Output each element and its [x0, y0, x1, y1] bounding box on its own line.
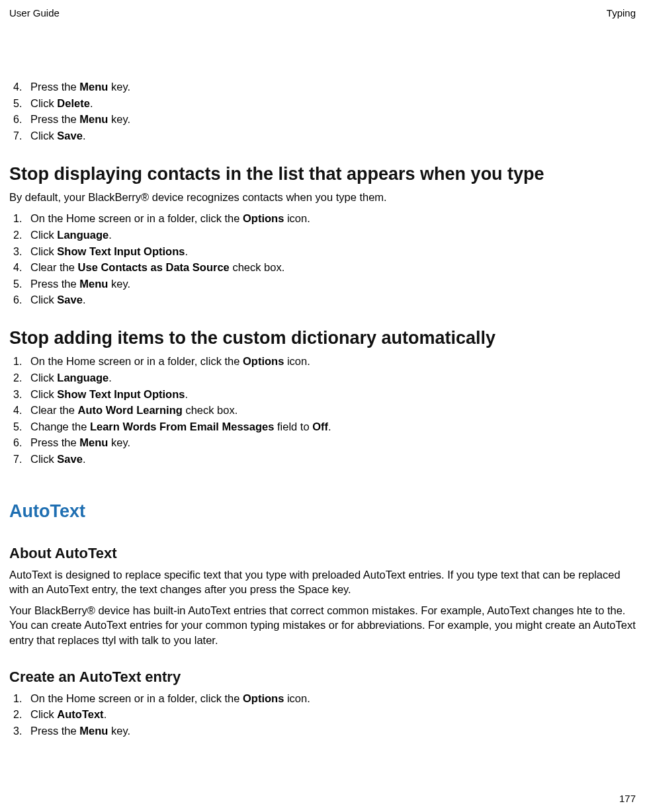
list-item: 7.Click Save.	[9, 128, 636, 143]
list-item: 3.Press the Menu key.	[9, 723, 636, 739]
list-item-text: On the Home screen or in a folder, click…	[30, 354, 636, 368]
list-item-number: 7.	[9, 452, 30, 467]
list-item: 6.Press the Menu key.	[9, 435, 636, 450]
chapter-title-autotext: AutoText	[9, 499, 636, 523]
list-item-number: 1.	[9, 212, 30, 226]
list-item: 3.Click Show Text Input Options.	[9, 244, 636, 259]
list-item-number: 4.	[9, 403, 30, 418]
list-item-text: Press the Menu key.	[30, 723, 636, 738]
list-item: 3.Click Show Text Input Options.	[9, 387, 636, 402]
list-item-text: Click Language.	[30, 227, 636, 242]
intro-steps: 4.Press the Menu key.5.Click Delete.6.Pr…	[9, 79, 636, 143]
steps-stop-dictionary: 1.On the Home screen or in a folder, cli…	[9, 354, 636, 466]
list-item: 1.On the Home screen or in a folder, cli…	[9, 354, 636, 369]
list-item-number: 1.	[9, 354, 30, 369]
list-item-text: Click AutoText.	[30, 707, 636, 721]
list-item-text: On the Home screen or in a folder, click…	[30, 691, 636, 706]
list-item: 2.Click Language.	[9, 370, 636, 386]
list-item-text: Press the Menu key.	[30, 79, 636, 94]
list-item: 6.Click Save.	[9, 292, 636, 307]
section-title-create-autotext: Create an AutoText entry	[9, 667, 636, 687]
list-item: 1.On the Home screen or in a folder, cli…	[9, 211, 636, 226]
list-item: 1.On the Home screen or in a folder, cli…	[9, 691, 636, 706]
list-item: 5.Change the Learn Words From Email Mess…	[9, 419, 636, 434]
list-item-text: Click Delete.	[30, 96, 636, 110]
list-item-number: 2.	[9, 371, 30, 386]
section-intro-para: By default, your BlackBerry® device reco…	[9, 190, 636, 204]
list-item: 7.Click Save.	[9, 452, 636, 467]
list-item-number: 5.	[9, 97, 30, 111]
about-autotext-p2: Your BlackBerry® device has built-in Aut…	[9, 603, 636, 647]
list-item: 5.Click Delete.	[9, 96, 636, 111]
list-item: 5.Press the Menu key.	[9, 276, 636, 292]
section-title-stop-dictionary: Stop adding items to the custom dictiona…	[9, 326, 636, 350]
about-autotext-p1: AutoText is designed to replace specific…	[9, 567, 636, 597]
list-item-number: 3.	[9, 387, 30, 402]
list-item: 4.Press the Menu key.	[9, 79, 636, 95]
header-left: User Guide	[9, 7, 60, 20]
list-item-text: Click Save.	[30, 128, 636, 143]
list-item: 2.Click AutoText.	[9, 707, 636, 722]
list-item-text: Click Show Text Input Options.	[30, 244, 636, 259]
steps-stop-contacts: 1.On the Home screen or in a folder, cli…	[9, 211, 636, 307]
list-item-text: Press the Menu key.	[30, 112, 636, 126]
list-item-number: 4.	[9, 80, 30, 95]
section-title-about-autotext: About AutoText	[9, 544, 636, 563]
page-header: User Guide Typing	[9, 7, 636, 20]
steps-create-autotext: 1.On the Home screen or in a folder, cli…	[9, 691, 636, 739]
list-item: 2.Click Language.	[9, 227, 636, 243]
list-item-number: 4.	[9, 261, 30, 275]
list-item-text: Clear the Use Contacts as Data Source ch…	[30, 260, 636, 274]
list-item-text: Click Save.	[30, 452, 636, 466]
list-item-text: Press the Menu key.	[30, 435, 636, 450]
header-right: Typing	[607, 7, 636, 20]
list-item: 4.Clear the Auto Word Learning check box…	[9, 403, 636, 418]
list-item-text: Click Save.	[30, 292, 636, 307]
list-item-number: 5.	[9, 420, 30, 434]
list-item-number: 6.	[9, 112, 30, 127]
list-item-number: 3.	[9, 245, 30, 259]
section-title-stop-contacts: Stop displaying contacts in the list tha…	[9, 162, 636, 186]
list-item: 6.Press the Menu key.	[9, 112, 636, 127]
list-item-number: 7.	[9, 129, 30, 143]
list-item-text: Clear the Auto Word Learning check box.	[30, 403, 636, 417]
list-item-text: Change the Learn Words From Email Messag…	[30, 419, 636, 434]
list-item-number: 2.	[9, 708, 30, 722]
list-item-text: On the Home screen or in a folder, click…	[30, 211, 636, 225]
list-item-text: Press the Menu key.	[30, 276, 636, 291]
list-item-number: 3.	[9, 724, 30, 739]
list-item-number: 2.	[9, 228, 30, 243]
list-item-number: 6.	[9, 436, 30, 450]
list-item: 4.Clear the Use Contacts as Data Source …	[9, 260, 636, 275]
list-item-number: 1.	[9, 692, 30, 706]
list-item-number: 6.	[9, 293, 30, 307]
page: User Guide Typing 4.Press the Menu key.5…	[0, 0, 645, 770]
list-item-text: Click Language.	[30, 370, 636, 385]
list-item-text: Click Show Text Input Options.	[30, 387, 636, 401]
list-item-number: 5.	[9, 277, 30, 292]
page-number: 177	[619, 792, 636, 805]
